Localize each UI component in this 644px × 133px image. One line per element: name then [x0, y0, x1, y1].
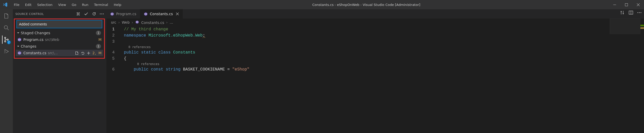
- editor-actions: [620, 10, 641, 15]
- svg-point-8: [100, 13, 100, 14]
- staged-changes-count: 1: [96, 31, 101, 35]
- close-icon[interactable]: [176, 12, 179, 15]
- chevron-right-icon: ›: [166, 20, 168, 24]
- menu-run[interactable]: Run: [79, 1, 91, 8]
- code-token: const: [148, 67, 163, 72]
- code-token: {: [124, 56, 126, 61]
- source-control-panel: SOURCE CONTROL: [13, 9, 106, 133]
- menu-edit[interactable]: Edit: [23, 1, 34, 8]
- minimap[interactable]: [610, 19, 640, 34]
- code-token: namespace: [124, 33, 146, 38]
- editor-tabs: C# Program.cs C# Constants.cs: [106, 9, 644, 19]
- csharp-file-icon: C#: [144, 12, 148, 16]
- staged-changes-header[interactable]: Staged Changes 1: [16, 30, 103, 36]
- codelens-references[interactable]: 0 references: [106, 62, 644, 66]
- changes-label: Changes: [21, 44, 36, 48]
- menu-bar: File Edit Selection View Go Run Terminal…: [11, 1, 124, 8]
- window-maximize-button[interactable]: [620, 0, 632, 9]
- tab-program[interactable]: C# Program.cs: [106, 9, 140, 19]
- breadcrumb-tail[interactable]: ...: [170, 20, 173, 24]
- line-number: 4: [106, 49, 118, 56]
- svg-point-10: [103, 13, 104, 14]
- scm-more-actions-icon[interactable]: [100, 13, 104, 14]
- scm-commit-icon[interactable]: [84, 12, 88, 16]
- breadcrumb-file-label: Constants.cs: [141, 21, 164, 25]
- chevron-down-icon: [16, 31, 20, 34]
- scm-refresh-icon[interactable]: [92, 12, 96, 16]
- staged-file-row[interactable]: C# Program.cs src\Web M: [16, 36, 103, 43]
- editor-more-actions-icon[interactable]: [637, 12, 641, 13]
- explorer-icon[interactable]: [2, 12, 11, 20]
- changes-header[interactable]: Changes 1: [16, 43, 103, 50]
- csharp-file-icon: C#: [110, 12, 114, 16]
- search-icon[interactable]: [2, 24, 11, 32]
- code-token: BASKET_COOKIENAME: [180, 67, 227, 72]
- open-file-icon[interactable]: [75, 51, 79, 55]
- menu-terminal[interactable]: Terminal: [92, 1, 111, 8]
- breadcrumb-seg[interactable]: C# Constants.cs: [135, 20, 164, 25]
- scm-panel-header: SOURCE CONTROL: [13, 9, 106, 19]
- line-number: 6: [106, 66, 118, 73]
- file-status-modified: M: [98, 51, 102, 55]
- code-token: public: [134, 67, 149, 72]
- svg-point-9: [101, 13, 102, 14]
- stage-changes-icon[interactable]: [87, 51, 90, 55]
- tab-label: Constants.cs: [150, 12, 173, 16]
- svg-text:C#: C#: [145, 13, 147, 15]
- vscode-logo-icon: [3, 2, 8, 7]
- line-number: 3: [106, 39, 118, 45]
- commit-message-input[interactable]: [17, 20, 102, 28]
- file-path: src\...: [48, 51, 75, 55]
- svg-rect-1: [625, 3, 628, 6]
- line-number: 5: [106, 56, 118, 62]
- compare-changes-icon[interactable]: [620, 10, 625, 15]
- code-token: Constants: [171, 50, 195, 55]
- split-editor-icon[interactable]: [629, 10, 633, 15]
- commit-message-container: [17, 20, 102, 28]
- menu-view[interactable]: View: [56, 1, 69, 8]
- code-token: static: [139, 50, 156, 55]
- tab-constants[interactable]: C# Constants.cs: [140, 9, 183, 19]
- window-close-button[interactable]: [632, 0, 644, 9]
- scm-view-as-tree-icon[interactable]: [76, 12, 80, 16]
- svg-point-4: [5, 37, 6, 39]
- svg-text:C#: C#: [18, 39, 21, 41]
- title-bar: File Edit Selection View Go Run Terminal…: [0, 0, 644, 9]
- code-comment: // My third change: [124, 27, 168, 32]
- overview-ruler-marker: [640, 27, 644, 29]
- staged-changes-label: Staged Changes: [21, 31, 50, 35]
- run-debug-icon[interactable]: [2, 47, 11, 56]
- editor-scrollbar[interactable]: [640, 19, 644, 133]
- code-token: Microsoft.eShopWeb.Web: [146, 33, 203, 38]
- menu-help[interactable]: Help: [111, 1, 124, 8]
- discard-changes-icon[interactable]: [81, 51, 85, 55]
- file-name: Constants.cs: [23, 51, 46, 55]
- csharp-file-icon: C#: [135, 20, 139, 24]
- code-token: ;: [203, 33, 205, 38]
- scm-panel-title: SOURCE CONTROL: [15, 12, 76, 16]
- csharp-file-icon: C#: [17, 51, 22, 55]
- svg-point-6: [7, 39, 8, 40]
- codelens-references[interactable]: 0 references: [106, 45, 644, 49]
- code-token: class: [156, 50, 171, 55]
- menu-selection[interactable]: Selection: [35, 1, 55, 8]
- svg-text:C#: C#: [111, 13, 113, 15]
- code-editor[interactable]: 1 // My third change 2 namespace Microso…: [106, 26, 644, 73]
- file-path: src\Web: [45, 38, 98, 42]
- file-diff-count: 2,: [93, 51, 96, 55]
- menu-file[interactable]: File: [11, 1, 22, 8]
- chevron-right-icon: ›: [132, 20, 133, 24]
- source-control-icon[interactable]: 2: [2, 36, 10, 44]
- line-number: 2: [106, 32, 118, 39]
- menu-go[interactable]: Go: [69, 1, 79, 8]
- breadcrumb[interactable]: src › Web › C# Constants.cs › ...: [106, 19, 644, 26]
- window-minimize-button[interactable]: [609, 0, 620, 9]
- chevron-right-icon: ›: [118, 20, 120, 24]
- chevron-down-icon: [16, 45, 20, 48]
- changes-file-row[interactable]: C# Constants.cs src\... 2,: [16, 50, 103, 56]
- breadcrumb-seg[interactable]: Web: [122, 20, 130, 24]
- svg-point-17: [637, 12, 638, 13]
- activity-bar: 2: [0, 9, 13, 133]
- breadcrumb-seg[interactable]: src: [111, 20, 116, 24]
- window-controls: [609, 0, 644, 9]
